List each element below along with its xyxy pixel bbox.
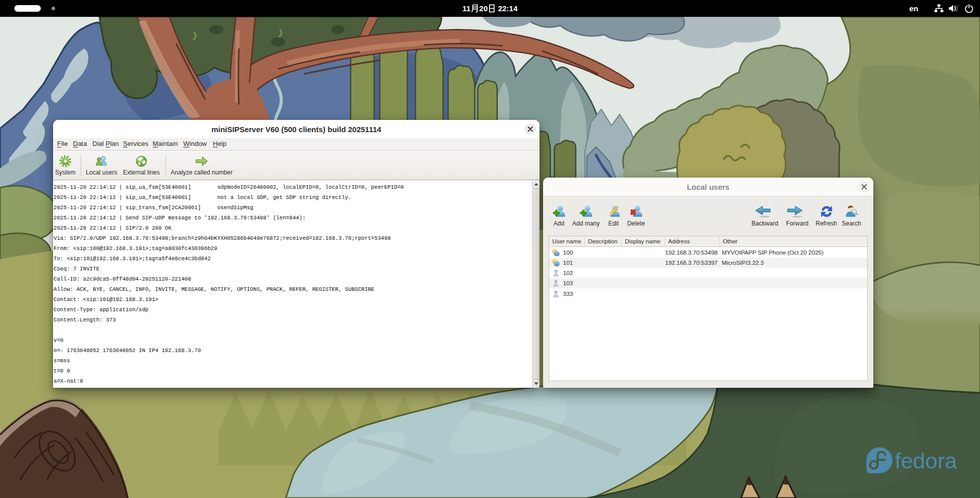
svg-text:fedora: fedora <box>895 449 957 473</box>
